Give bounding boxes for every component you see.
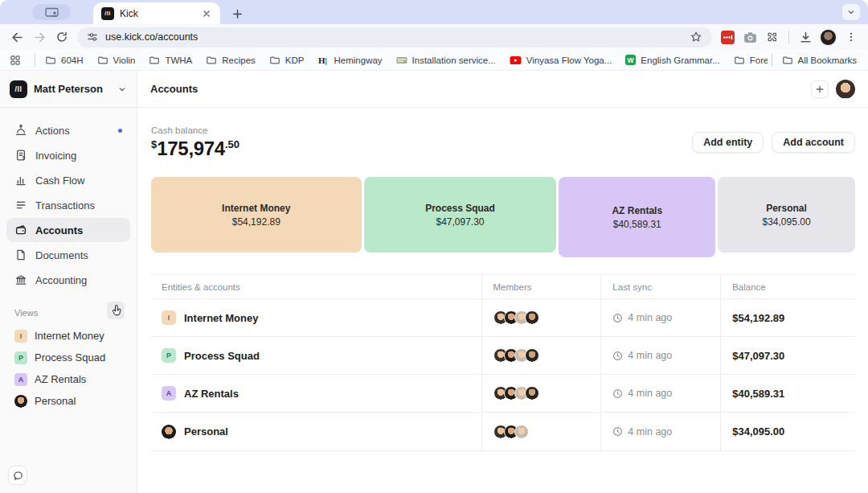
sidebar-item-label: Invoicing — [35, 150, 76, 162]
last-sync-text: 4 min ago — [628, 388, 672, 399]
bookmarks-list: 604HViolinTWHARecipesKDPH|HemingwayInsta… — [45, 55, 768, 66]
sidebar-item-actions[interactable]: Actions — [6, 118, 130, 142]
bookmark-item[interactable]: H|Hemingway — [318, 55, 383, 65]
table-row-az-rentals[interactable]: AAZ Rentals4 min ago$40,589.31 — [151, 375, 855, 413]
folder-icon — [97, 55, 108, 66]
members-cell — [481, 375, 601, 412]
password-extension-button[interactable] — [717, 27, 738, 47]
monitor-icon — [45, 7, 59, 18]
svg-text:H|: H| — [318, 55, 327, 65]
bookmark-label: Vinyasa Flow Yoga... — [526, 55, 612, 65]
tab-search-button[interactable] — [32, 4, 71, 20]
entity-block-az-rentals[interactable]: AZ Rentals$40,589.31 — [559, 177, 715, 257]
entity-block-personal[interactable]: Personal$34,095.00 — [718, 177, 855, 253]
col-entities: Entities & accounts — [151, 275, 481, 298]
sidebar-item-cash-flow[interactable]: Cash Flow — [6, 168, 130, 192]
view-item-personal[interactable]: Personal — [0, 390, 137, 412]
cash-balance-amount: $175,974.50 — [151, 138, 240, 160]
w-badge-icon: W — [625, 55, 636, 65]
accounts-table: Entities & accounts Members Last sync Ba… — [151, 274, 855, 451]
col-members: Members — [481, 275, 601, 298]
entity-block-internet-money[interactable]: Internet Money$54,192.89 — [151, 177, 362, 253]
bookmarks-right: All Bookmarks — [768, 54, 859, 67]
amount-cents: .50 — [225, 138, 240, 150]
help-chat-button[interactable] — [8, 466, 27, 485]
sidebar: /ll Matt Peterson Actions$InvoicingCash … — [0, 71, 137, 493]
user-avatar[interactable] — [836, 80, 855, 99]
folder-icon — [269, 55, 280, 66]
table-row-personal[interactable]: Personal4 min ago$34,095.00 — [151, 413, 855, 450]
table-row-process-squad[interactable]: PProcess Squad4 min ago$47,097.30 — [151, 337, 855, 375]
entity-badge: A — [162, 386, 176, 401]
add-entity-button[interactable]: Add entity — [692, 132, 764, 153]
address-bar[interactable]: use.kick.co/accounts — [77, 27, 712, 47]
url-text[interactable]: use.kick.co/accounts — [105, 31, 682, 43]
bookmark-star-icon[interactable] — [690, 31, 702, 43]
site-settings-icon[interactable] — [87, 31, 98, 43]
sidebar-item-accounting[interactable]: Accounting — [6, 268, 130, 292]
downloads-button[interactable] — [795, 27, 816, 47]
last-sync-cell: 4 min ago — [600, 299, 720, 336]
col-last-sync: Last sync — [600, 275, 720, 298]
documents-icon — [14, 249, 27, 261]
last-sync-text: 4 min ago — [628, 350, 672, 361]
bookmark-item[interactable]: TWHA — [149, 55, 192, 66]
entity-block-amount: $40,589.31 — [613, 219, 661, 230]
bookmark-item[interactable]: Vinyasa Flow Yoga... — [510, 55, 612, 65]
sidebar-item-label: Cash Flow — [35, 175, 84, 187]
add-button[interactable] — [811, 80, 829, 98]
bookmark-label: Recipes — [222, 55, 256, 65]
bookmark-item[interactable]: Violin — [97, 55, 136, 66]
view-badge: A — [14, 373, 27, 386]
sidebar-item-transactions[interactable]: Transactions — [6, 193, 130, 217]
sidebar-item-invoicing[interactable]: $Invoicing — [6, 143, 130, 167]
entity-block-process-squad[interactable]: Process Squad$47,097.30 — [364, 177, 557, 253]
balance-cell: $40,589.31 — [720, 375, 855, 412]
entity-blocks: Internet Money$54,192.89Process Squad$47… — [151, 177, 855, 257]
extensions-button[interactable] — [762, 27, 783, 47]
browser-menu-button[interactable] — [841, 27, 862, 47]
bookmark-label: Violin — [113, 55, 136, 65]
bookmark-item[interactable]: Foreclosed — [734, 55, 768, 66]
clock-icon — [612, 351, 623, 361]
browser-profile-avatar[interactable] — [820, 29, 837, 46]
bookmark-item[interactable]: KDP — [269, 55, 305, 66]
close-tab-icon[interactable] — [201, 8, 212, 19]
amount-whole: 175,974 — [157, 138, 225, 159]
view-badge: P — [14, 351, 27, 364]
tab-strip: /ll Kick — [0, 0, 868, 24]
view-item-internet-money[interactable]: IInternet Money — [0, 325, 137, 347]
youtube-icon — [510, 55, 522, 65]
sidebar-item-label: Accounts — [35, 224, 83, 236]
member-avatar — [525, 310, 539, 325]
apps-grid-icon[interactable] — [10, 55, 21, 66]
table-row-internet-money[interactable]: IInternet Money4 min ago$54,192.89 — [151, 299, 855, 337]
workspace-switcher[interactable]: /ll Matt Peterson — [0, 71, 137, 108]
new-tab-icon[interactable] — [231, 8, 244, 20]
bookmark-item[interactable]: WEnglish Grammar... — [625, 55, 719, 65]
view-label: AZ Rentals — [35, 373, 86, 385]
add-account-button[interactable]: Add account — [772, 132, 855, 153]
folder-icon — [782, 55, 793, 66]
entity-block-name: Process Squad — [425, 203, 495, 214]
view-item-process-squad[interactable]: PProcess Squad — [0, 347, 137, 368]
sidebar-item-documents[interactable]: Documents — [6, 243, 130, 267]
chevron-down-icon — [846, 7, 856, 17]
screen-capture-button[interactable] — [739, 27, 760, 47]
bookmark-label: TWHA — [165, 55, 192, 65]
kick-logo: /ll — [10, 80, 27, 98]
view-item-az-rentals[interactable]: AAZ Rentals — [0, 368, 137, 390]
bookmark-item[interactable]: Installation service... — [396, 55, 496, 65]
sidebar-item-accounts[interactable]: Accounts — [6, 218, 130, 242]
window-controls-chevron[interactable] — [842, 4, 860, 20]
tab-kick[interactable]: /ll Kick — [93, 2, 220, 24]
bookmark-item[interactable]: 604H — [45, 55, 84, 66]
reload-button[interactable] — [51, 27, 72, 47]
all-bookmarks-button[interactable]: All Bookmarks — [782, 55, 858, 66]
forward-button[interactable] — [29, 27, 50, 47]
transactions-icon — [14, 199, 27, 212]
bookmark-item[interactable]: Recipes — [206, 55, 256, 66]
back-button[interactable] — [6, 27, 27, 47]
entity-cell: IInternet Money — [151, 299, 481, 336]
kick-favicon: /ll — [101, 7, 114, 20]
